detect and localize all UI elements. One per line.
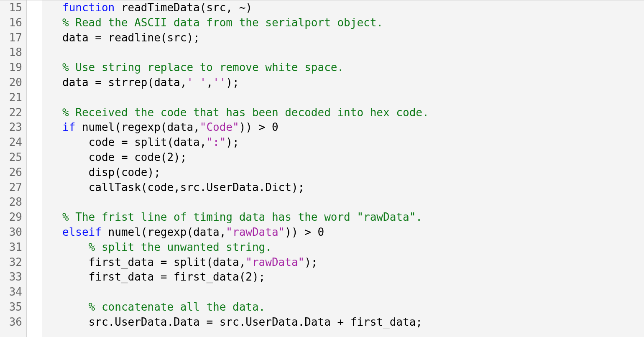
code-line[interactable]: first_data = first_data(2);: [62, 270, 644, 285]
line-number: 28: [0, 195, 22, 210]
line-number: 17: [0, 31, 22, 46]
code-line[interactable]: [62, 285, 644, 300]
code-line[interactable]: [62, 195, 644, 210]
code-line[interactable]: % Received the code that has been decode…: [62, 105, 644, 120]
line-number: 23: [0, 120, 22, 135]
code-line[interactable]: first_data = split(data,"rawData");: [62, 255, 644, 270]
line-number: 32: [0, 255, 22, 270]
breakpoint-stripe: [42, 0, 57, 337]
code-line[interactable]: % The frist line of timing data has the …: [62, 210, 644, 225]
line-number: 22: [0, 105, 22, 120]
code-line[interactable]: callTask(code,src.UserData.Dict);: [62, 180, 644, 195]
line-number: 15: [0, 0, 22, 15]
code-line[interactable]: [62, 90, 644, 105]
code-line[interactable]: if numel(regexp(data,"Code")) > 0: [62, 120, 644, 135]
line-number: 19: [0, 60, 22, 75]
line-number: 18: [0, 45, 22, 60]
code-line[interactable]: elseif numel(regexp(data,"rawData")) > 0: [62, 225, 644, 240]
line-number-gutter: 1516171819202122232425262728293031323334…: [0, 0, 27, 337]
code-line[interactable]: % Use string replace to remove white spa…: [62, 60, 644, 75]
line-number: 36: [0, 315, 22, 330]
code-line[interactable]: [62, 45, 644, 60]
line-number: 24: [0, 135, 22, 150]
line-number: 30: [0, 225, 22, 240]
line-number: 34: [0, 285, 22, 300]
line-number: 26: [0, 165, 22, 180]
code-area[interactable]: function readTimeData(src, ~)% Read the …: [57, 0, 644, 337]
line-number: 21: [0, 90, 22, 105]
line-number: 33: [0, 270, 22, 285]
line-number: 35: [0, 300, 22, 315]
code-line[interactable]: data = strrep(data,' ','');: [62, 75, 644, 90]
code-line[interactable]: data = readline(src);: [62, 31, 644, 46]
code-line[interactable]: disp(code);: [62, 165, 644, 180]
code-line[interactable]: code = split(data,":");: [62, 135, 644, 150]
code-line[interactable]: % split the unwanted string.: [62, 240, 644, 255]
line-number: 27: [0, 180, 22, 195]
line-number: 20: [0, 75, 22, 90]
code-line[interactable]: code = code(2);: [62, 150, 644, 165]
line-number: 16: [0, 15, 22, 31]
code-editor[interactable]: 1516171819202122232425262728293031323334…: [0, 0, 644, 337]
line-number: 29: [0, 210, 22, 225]
code-line[interactable]: function readTimeData(src, ~): [62, 0, 644, 15]
code-line[interactable]: % concatenate all the data.: [62, 300, 644, 315]
line-number: 31: [0, 240, 22, 255]
code-line[interactable]: % Read the ASCII data from the serialpor…: [62, 15, 644, 31]
line-number: 25: [0, 150, 22, 165]
fold-column: [27, 0, 42, 337]
code-line[interactable]: src.UserData.Data = src.UserData.Data + …: [62, 315, 644, 330]
